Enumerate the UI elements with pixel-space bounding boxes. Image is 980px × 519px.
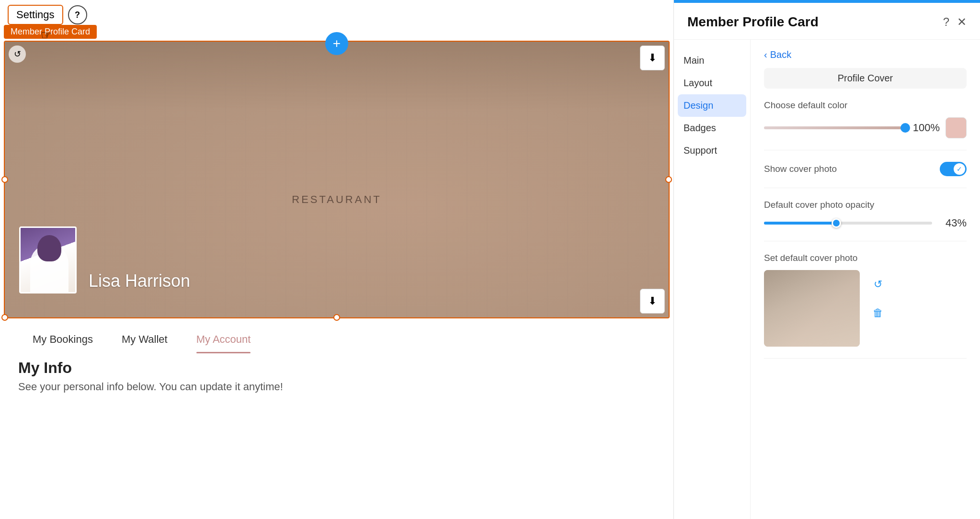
nav-item-layout[interactable]: Layout <box>674 72 750 94</box>
color-swatch[interactable] <box>946 117 967 138</box>
tab-my-bookings-label: My Bookings <box>33 333 93 345</box>
opacity-slider-row: 43% <box>764 217 967 229</box>
plus-icon: + <box>333 36 341 51</box>
user-name: Lisa Harrison <box>89 271 190 291</box>
download-top-button[interactable]: ⬇ <box>640 45 665 70</box>
panel-help-icon: ? <box>943 15 949 28</box>
refresh-icon: ↺ <box>14 49 21 59</box>
right-panel: Member Profile Card ? ✕ Main Layout <box>673 0 980 519</box>
panel-close-icon: ✕ <box>957 15 967 28</box>
settings-label: Settings <box>16 9 55 21</box>
panel-close-button[interactable]: ✕ <box>957 15 967 29</box>
panel-help-button[interactable]: ? <box>943 15 949 29</box>
toggle-row: Show cover photo ✓ <box>764 162 967 176</box>
back-row: ‹ Back <box>764 49 967 60</box>
opacity-slider-thumb[interactable] <box>832 218 841 228</box>
choose-color-label: Choose default color <box>764 100 967 111</box>
panel-header: Member Profile Card ? ✕ <box>674 3 980 40</box>
color-slider-thumb[interactable] <box>900 123 910 133</box>
set-cover-label: Set default cover photo <box>764 253 967 263</box>
widget-badge: Member Profile Card <box>4 25 97 39</box>
set-cover-section: Set default cover photo ↺ 🗑 <box>764 253 967 359</box>
opacity-percent-label: 43% <box>938 217 967 229</box>
toggle-knob: ✓ <box>954 163 965 175</box>
tab-nav: My Bookings My Wallet My Account <box>4 326 670 353</box>
tab-my-account-label: My Account <box>196 333 251 345</box>
color-slider-track[interactable] <box>764 126 905 129</box>
nav-item-badges[interactable]: Badges <box>674 117 750 139</box>
cover-refresh-button[interactable]: ↺ <box>867 274 889 295</box>
cover-thumb-image <box>764 270 860 347</box>
cover-thumbnail[interactable] <box>764 270 860 347</box>
resize-handle-bottom-center[interactable] <box>333 314 340 321</box>
toolbar: Settings ? <box>0 0 673 30</box>
cover-area: + ⬇ RESTAURANT ↺ Lisa Harrison ⬇ <box>4 41 670 318</box>
back-chevron-icon: ‹ <box>764 49 767 60</box>
right-main-content: ‹ Back Profile Cover Choose default colo… <box>751 40 980 519</box>
tab-my-bookings[interactable]: My Bookings <box>18 326 107 353</box>
back-button[interactable]: ‹ Back <box>764 49 791 60</box>
panel-title: Member Profile Card <box>687 14 819 30</box>
add-element-button[interactable]: + <box>325 32 348 55</box>
tab-my-wallet[interactable]: My Wallet <box>107 326 182 353</box>
help-icon: ? <box>75 10 80 20</box>
resize-handle-left[interactable] <box>1 176 8 183</box>
show-cover-label: Show cover photo <box>764 164 837 174</box>
cover-delete-button[interactable]: 🗑 <box>867 303 889 324</box>
restaurant-label: RESTAURANT <box>292 193 382 206</box>
nav-item-support[interactable]: Support <box>674 139 750 162</box>
nav-item-design[interactable]: Design <box>678 94 746 117</box>
choose-color-section: Choose default color 100% <box>764 100 967 150</box>
avatar <box>19 226 77 293</box>
breadcrumb-label: Profile Cover <box>764 68 967 89</box>
back-label: Back <box>770 49 791 60</box>
opacity-section: Default cover photo opacity 43% <box>764 200 967 241</box>
opacity-label: Default cover photo opacity <box>764 200 967 210</box>
download-bottom-button[interactable]: ⬇ <box>640 289 665 314</box>
settings-button[interactable]: Settings <box>8 5 63 25</box>
my-info-subtitle: See your personal info below. You can up… <box>18 381 283 393</box>
right-panel-inner: Member Profile Card ? ✕ Main Layout <box>674 3 980 519</box>
tab-my-account[interactable]: My Account <box>182 326 265 353</box>
my-info-title: My Info <box>18 359 283 377</box>
avatar-area <box>19 226 77 293</box>
show-cover-section: Show cover photo ✓ <box>764 162 967 188</box>
profile-refresh-button[interactable]: ↺ <box>9 45 26 63</box>
right-left-nav: Main Layout Design Badges Support <box>674 40 751 519</box>
cover-image: RESTAURANT ↺ Lisa Harrison <box>5 42 669 317</box>
panel-header-icons: ? ✕ <box>943 15 967 29</box>
cover-refresh-icon: ↺ <box>874 278 882 291</box>
my-info-section: My Info See your personal info below. Yo… <box>18 359 283 393</box>
download-bottom-icon: ⬇ <box>648 295 657 307</box>
right-panel-main: Main Layout Design Badges Support <box>674 40 980 519</box>
color-slider-row: 100% <box>764 117 967 138</box>
resize-handle-right[interactable] <box>665 176 672 183</box>
cover-thumb-actions: ↺ 🗑 <box>867 270 889 324</box>
cover-thumb-row: ↺ 🗑 <box>764 270 967 347</box>
opacity-fill <box>764 222 836 225</box>
help-button[interactable]: ? <box>68 5 87 24</box>
resize-handle-bottom-left[interactable] <box>1 314 8 321</box>
left-panel: Settings ? ☞ Member Profile Card + ⬇ RES… <box>0 0 673 519</box>
opacity-slider-track[interactable] <box>764 222 932 225</box>
nav-item-main[interactable]: Main <box>674 49 750 72</box>
color-percent-label: 100% <box>911 122 940 134</box>
show-cover-toggle[interactable]: ✓ <box>940 162 967 176</box>
cover-delete-icon: 🗑 <box>873 307 883 319</box>
tab-my-wallet-label: My Wallet <box>122 333 168 345</box>
download-top-icon: ⬇ <box>648 52 657 64</box>
